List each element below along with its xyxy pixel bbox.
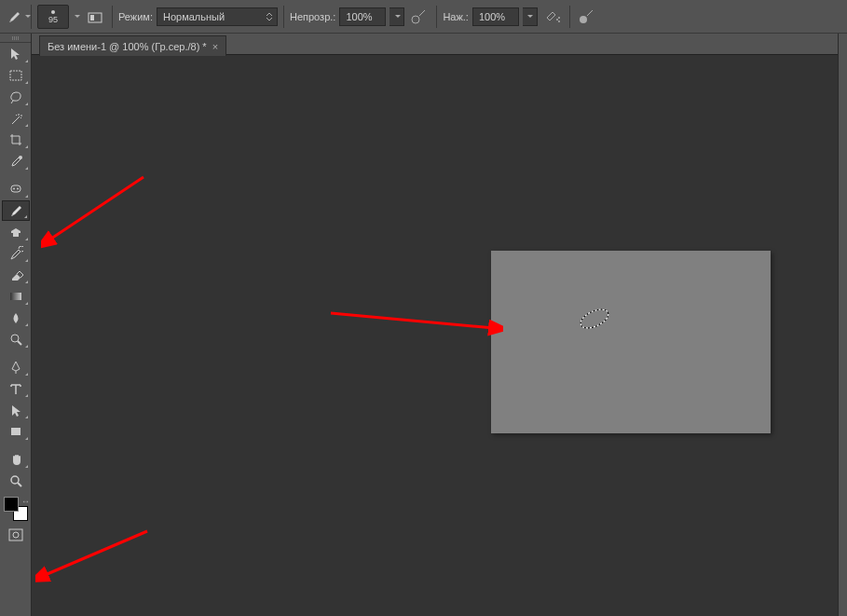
type-tool[interactable] [2, 378, 30, 399]
canvas[interactable] [491, 251, 771, 433]
hand-tool[interactable] [2, 449, 30, 470]
svg-rect-9 [10, 71, 21, 80]
pen-tool[interactable] [2, 357, 30, 377]
flyout-indicator-icon [25, 167, 28, 170]
divider [569, 6, 570, 28]
svg-point-2 [412, 16, 419, 23]
chevron-down-icon [25, 15, 31, 18]
flyout-indicator-icon [24, 215, 27, 218]
crop-tool[interactable] [2, 130, 30, 150]
opacity-value: 100% [346, 11, 372, 22]
zoom-tool-icon [8, 473, 23, 488]
toolbox: ↔ [0, 34, 32, 616]
divider [112, 6, 113, 28]
hand-tool-icon [8, 452, 23, 467]
zoom-tool[interactable] [2, 471, 30, 491]
blur-tool-icon [8, 310, 23, 325]
chevron-down-icon [395, 15, 401, 18]
flyout-indicator-icon [25, 345, 28, 348]
flyout-indicator-icon [25, 259, 28, 262]
foreground-color-swatch[interactable] [4, 497, 19, 512]
svg-rect-17 [11, 428, 20, 435]
move-tool-icon [8, 47, 23, 62]
svg-point-6 [580, 16, 587, 23]
folder-icon [87, 8, 103, 25]
pressure-opacity-toggle[interactable] [408, 6, 430, 28]
gradient-tool[interactable] [2, 286, 30, 307]
brush-panel-toggle[interactable] [84, 6, 106, 28]
flyout-indicator-icon [25, 145, 28, 148]
opacity-dropdown-button[interactable] [389, 7, 404, 26]
brush-preset-picker[interactable]: 95 [37, 5, 69, 29]
quick-mask-toggle[interactable] [2, 525, 30, 545]
svg-point-16 [11, 335, 19, 342]
crop-tool-icon [8, 132, 23, 147]
marquee-tool[interactable] [2, 65, 30, 86]
gradient-tool-icon [8, 289, 23, 304]
flyout-indicator-icon [25, 81, 28, 84]
dodge-tool[interactable] [2, 329, 30, 349]
svg-point-13 [17, 188, 19, 190]
flyout-indicator-icon [25, 124, 28, 127]
eyedropper-tool[interactable] [2, 151, 30, 171]
swap-colors-icon[interactable]: ↔ [21, 497, 30, 506]
brush-icon [7, 8, 23, 25]
opacity-input[interactable]: 100% [339, 7, 386, 26]
brush-tool[interactable] [2, 200, 30, 221]
svg-point-5 [558, 21, 560, 22]
clone-stamp-tool[interactable] [2, 222, 30, 242]
tablet-pressure-icon [410, 8, 429, 25]
flyout-indicator-icon [25, 195, 28, 198]
document-tab-bar: Без имени-1 @ 100% (Гр.сер./8) * × [39, 34, 226, 56]
flyout-indicator-icon [25, 465, 28, 468]
brush-dot-icon [51, 10, 55, 14]
airbrush-toggle[interactable] [541, 6, 564, 28]
shape-tool[interactable] [2, 421, 30, 442]
selection-marquee [576, 306, 611, 328]
opacity-label: Непрозр.: [290, 11, 335, 22]
pressure-size-toggle[interactable] [576, 6, 598, 28]
svg-rect-15 [10, 293, 21, 300]
svg-rect-19 [9, 529, 22, 541]
close-icon[interactable]: × [212, 41, 218, 52]
path-selection-tool-icon [8, 403, 23, 418]
history-brush-tool[interactable] [2, 243, 30, 264]
svg-rect-1 [90, 15, 94, 21]
blur-tool[interactable] [2, 308, 30, 328]
toolbox-grip[interactable] [0, 34, 31, 43]
flyout-indicator-icon [25, 416, 28, 418]
document-tab[interactable]: Без имени-1 @ 100% (Гр.сер./8) * × [39, 35, 226, 56]
dropdown-arrows-icon [266, 13, 273, 21]
svg-rect-11 [11, 185, 20, 192]
flyout-indicator-icon [25, 437, 28, 440]
svg-point-20 [13, 532, 19, 538]
lasso-tool[interactable] [2, 87, 30, 107]
healing-brush-tool[interactable] [2, 179, 30, 199]
move-tool[interactable] [2, 44, 30, 64]
svg-point-4 [558, 17, 560, 19]
blend-mode-dropdown[interactable]: Нормальный [157, 7, 278, 26]
flyout-indicator-icon [25, 302, 28, 305]
flyout-indicator-icon [25, 238, 28, 240]
chevron-down-icon[interactable] [75, 15, 80, 18]
flyout-indicator-icon [25, 373, 28, 376]
healing-brush-tool-icon [8, 182, 23, 197]
type-tool-icon [8, 381, 23, 396]
eyedropper-tool-icon [8, 154, 23, 169]
svg-point-18 [11, 476, 19, 484]
eraser-tool[interactable] [2, 265, 30, 285]
color-swatches[interactable]: ↔ [2, 497, 30, 521]
flow-input[interactable]: 100% [472, 7, 519, 26]
flow-value: 100% [479, 11, 505, 22]
clone-stamp-tool-icon [8, 225, 23, 240]
panel-collapse-bar[interactable] [838, 34, 847, 616]
magic-wand-tool[interactable] [2, 108, 30, 129]
divider [436, 6, 437, 28]
svg-point-12 [13, 188, 15, 190]
current-tool-indicator[interactable] [6, 5, 32, 29]
svg-point-3 [556, 19, 558, 21]
document-tab-title: Без имени-1 @ 100% (Гр.сер./8) * [48, 41, 207, 52]
options-bar: 95 Режим: Нормальный Непрозр.: 100% Наж.… [0, 0, 847, 34]
flow-dropdown-button[interactable] [523, 7, 538, 26]
path-selection-tool[interactable] [2, 400, 30, 420]
